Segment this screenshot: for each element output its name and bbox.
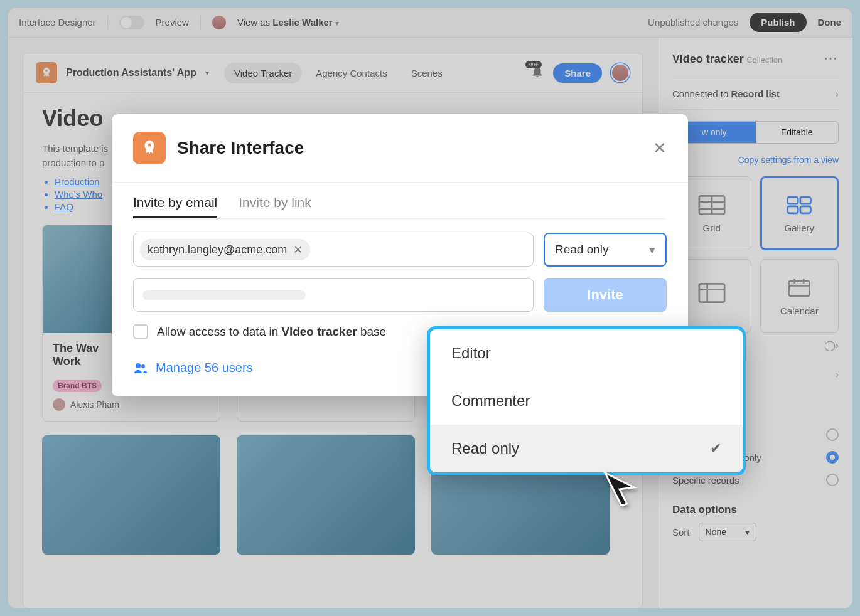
- chevron-down-icon: ▾: [649, 243, 655, 257]
- email-input[interactable]: kathryn.langley@acme.com ✕: [133, 233, 534, 267]
- tab-invite-email[interactable]: Invite by email: [133, 195, 217, 218]
- modal-title: Share Interface: [177, 138, 642, 158]
- chip-label: kathryn.langley@acme.com: [148, 243, 287, 257]
- email-chip: kathryn.langley@acme.com ✕: [140, 239, 310, 260]
- tab-invite-link[interactable]: Invite by link: [239, 195, 311, 218]
- permission-dropdown: Editor Commenter Read only ✔: [427, 326, 746, 475]
- users-icon: [133, 362, 148, 374]
- rocket-icon: [133, 132, 166, 164]
- modal-tabs: Invite by email Invite by link: [133, 195, 667, 218]
- placeholder-bar: [142, 290, 306, 300]
- check-icon: ✔: [710, 440, 721, 457]
- checkbox[interactable]: [133, 324, 148, 339]
- invite-button[interactable]: Invite: [544, 278, 667, 312]
- message-input[interactable]: [133, 278, 534, 312]
- permission-value: Read only: [555, 243, 609, 257]
- dropdown-item-editor[interactable]: Editor: [430, 329, 743, 377]
- permission-select[interactable]: Read only ▾: [544, 233, 667, 267]
- cursor-icon: [601, 469, 638, 506]
- dropdown-item-read-only[interactable]: Read only ✔: [430, 425, 743, 472]
- close-icon[interactable]: ✕: [653, 139, 667, 158]
- remove-chip-icon[interactable]: ✕: [293, 243, 303, 257]
- dropdown-item-commenter[interactable]: Commenter: [430, 377, 743, 425]
